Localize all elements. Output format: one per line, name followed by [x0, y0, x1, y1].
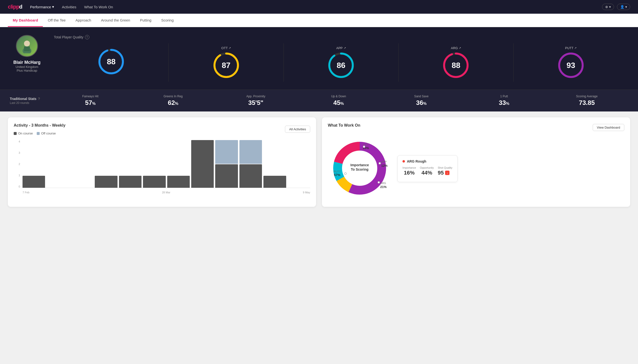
activity-card-title: Activity - 3 Months - Weekly: [14, 123, 65, 128]
score-card-putt: PUTT ↗ 93: [514, 43, 628, 82]
red-dot-icon: [402, 160, 405, 162]
bar-5: [119, 140, 141, 188]
bar-6: [143, 140, 165, 188]
score-arg-label: ARG ↗: [451, 46, 461, 50]
tabs-bar: My Dashboard Off the Tee Approach Around…: [0, 14, 638, 27]
stat-1putt: 1 Putt 33%: [463, 94, 545, 106]
tab-around-the-green[interactable]: Around the Green: [96, 14, 135, 27]
circle-ott: 87: [213, 52, 240, 79]
activity-card-header: Activity - 3 Months - Weekly On course O…: [14, 123, 310, 135]
legend-on-course-dot: [14, 132, 17, 135]
scores-title: Total Player Quality ?: [54, 35, 628, 39]
activity-card: Activity - 3 Months - Weekly On course O…: [8, 117, 316, 207]
donut-chart: Importance To Scoring PUTT 57% OTT 10% A…: [328, 136, 391, 200]
bottom-section: Activity - 3 Months - Weekly On course O…: [0, 112, 638, 213]
tab-my-dashboard[interactable]: My Dashboard: [8, 14, 43, 27]
logo: clippd: [8, 4, 22, 10]
bar-1: [23, 140, 45, 188]
shot-quality-badge: ↓: [445, 171, 450, 175]
metric-shot-quality: Shot Quality 95 ↓: [438, 166, 453, 176]
score-app-value: 86: [337, 61, 345, 70]
chart-x-labels: 7 Feb 28 Mar 9 May: [23, 191, 310, 194]
what-to-work-on-card: What To Work On View Dashboard: [322, 117, 630, 207]
player-country: United Kingdom: [16, 65, 39, 69]
scores-section: Total Player Quality ? 88: [54, 35, 628, 82]
stats-label: Traditional Stats ?: [10, 97, 49, 101]
info-metrics: Importance 16% Opportunity 44% Shot Qual…: [402, 166, 453, 176]
legend-off-course: Off course: [37, 132, 56, 135]
score-ott-label: OTT ↗: [221, 46, 231, 50]
nav-activities[interactable]: Activities: [62, 5, 76, 9]
tab-approach[interactable]: Approach: [71, 14, 96, 27]
circle-app: 86: [328, 52, 354, 79]
svg-point-30: [379, 162, 381, 164]
metric-opportunity: Opportunity 44%: [420, 166, 434, 176]
legend-on-course: On course: [14, 132, 33, 135]
chart-bars: [23, 140, 310, 188]
bar-3: [71, 140, 93, 188]
chart-legend: On course Off course: [14, 132, 65, 135]
bar-11: [263, 140, 286, 188]
stat-proximity: App. Proximity 35'5": [215, 94, 297, 106]
svg-rect-2: [24, 46, 30, 51]
stat-fairways: Fairways Hit 57%: [49, 94, 132, 106]
score-card-total: 88: [54, 43, 169, 82]
bar-2: [47, 140, 69, 188]
info-card-title: ARG Rough: [402, 160, 453, 163]
bar-8: [191, 140, 214, 188]
player-handicap: Plus Handicap: [17, 69, 37, 72]
svg-text:57%: 57%: [334, 173, 340, 177]
tab-off-the-tee[interactable]: Off the Tee: [43, 14, 71, 27]
svg-text:Importance: Importance: [350, 163, 369, 167]
circle-putt: 93: [557, 52, 584, 79]
svg-point-31: [378, 182, 380, 183]
tab-putting[interactable]: Putting: [135, 14, 156, 27]
nav-performance[interactable]: Performance ▾: [30, 5, 54, 9]
stats-help-icon[interactable]: ?: [38, 97, 40, 101]
chart-area: 4 3 2 1 0: [14, 140, 310, 194]
all-activities-button[interactable]: All Activities: [285, 126, 310, 133]
stat-scoring-avg: Scoring Average 73.85: [545, 94, 628, 106]
score-app-label: APP ↗: [336, 46, 346, 50]
score-total-value: 88: [107, 57, 116, 66]
info-card: ARG Rough Importance 16% Opportunity 44%…: [397, 155, 458, 182]
what-to-work-on-title: What To Work On: [328, 123, 360, 128]
score-putt-label: PUTT ↗: [565, 46, 576, 50]
view-dashboard-button[interactable]: View Dashboard: [593, 124, 624, 131]
circle-arg: 88: [442, 52, 469, 79]
score-cards: 88 OTT ↗ 87: [54, 43, 628, 82]
legend-off-course-dot: [37, 132, 40, 135]
nav-what-to-work-on[interactable]: What To Work On: [84, 5, 113, 9]
chart-y-labels: 4 3 2 1 0: [14, 140, 21, 188]
stats-sub: Last 20 rounds: [10, 101, 49, 105]
nav-right: ⊕ ▾ 👤 ▾: [602, 4, 630, 10]
bar-4: [95, 140, 117, 188]
bar-10: [240, 140, 262, 188]
tab-scoring[interactable]: Scoring: [156, 14, 178, 27]
bar-12: [288, 140, 310, 188]
avatar: [16, 35, 38, 57]
stats-row: Traditional Stats ? Last 20 rounds Fairw…: [0, 90, 638, 112]
svg-text:ARG: ARG: [380, 182, 386, 184]
svg-text:APP: APP: [381, 160, 386, 163]
help-icon[interactable]: ?: [85, 35, 89, 39]
svg-text:PUTT: PUTT: [334, 170, 341, 173]
stat-updown: Up & Down 45%: [297, 94, 380, 106]
svg-point-28: [344, 172, 346, 174]
stat-greens: Greens In Reg 62%: [132, 94, 215, 106]
what-to-work-on-header: What To Work On View Dashboard: [328, 123, 624, 132]
hero-section: Blair McHarg United Kingdom Plus Handica…: [0, 27, 638, 90]
player-name: Blair McHarg: [13, 60, 40, 65]
user-button[interactable]: 👤 ▾: [617, 4, 630, 10]
score-card-ott: OTT ↗ 87: [169, 43, 284, 82]
top-nav: clippd Performance ▾ Activities What To …: [0, 0, 638, 14]
stats-label-group: Traditional Stats ? Last 20 rounds: [10, 97, 49, 105]
svg-text:12%: 12%: [381, 164, 387, 168]
stat-sandsave: Sand Save 36%: [380, 94, 463, 106]
score-ott-value: 87: [222, 61, 231, 70]
svg-point-0: [24, 40, 30, 46]
score-card-app: APP ↗ 86: [284, 43, 398, 82]
score-arg-value: 88: [452, 61, 461, 70]
add-button[interactable]: ⊕ ▾: [602, 4, 614, 10]
svg-text:21%: 21%: [380, 185, 386, 189]
